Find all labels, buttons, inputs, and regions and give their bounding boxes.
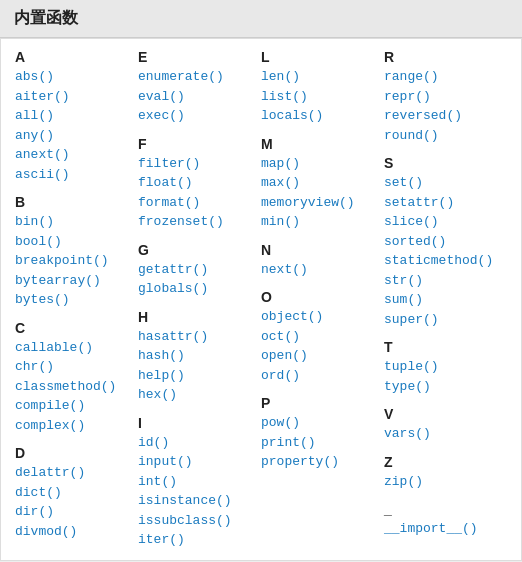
func-set[interactable]: set() xyxy=(384,173,499,193)
func-breakpoint[interactable]: breakpoint() xyxy=(15,251,130,271)
func-divmod[interactable]: divmod() xyxy=(15,522,130,542)
func-list[interactable]: list() xyxy=(261,87,376,107)
func-int[interactable]: int() xyxy=(138,472,253,492)
section-letter-V: V xyxy=(384,406,499,422)
func-str[interactable]: str() xyxy=(384,271,499,291)
section-letter-C: C xyxy=(15,320,130,336)
func-pow[interactable]: pow() xyxy=(261,413,376,433)
func-complex[interactable]: complex() xyxy=(15,416,130,436)
func-next[interactable]: next() xyxy=(261,260,376,280)
func-getattr[interactable]: getattr() xyxy=(138,260,253,280)
section-letter-P: P xyxy=(261,395,376,411)
func-memoryview[interactable]: memoryview() xyxy=(261,193,376,213)
func-slice[interactable]: slice() xyxy=(384,212,499,232)
section-letter-L: L xyxy=(261,49,376,65)
column-2: Llen()list()locals()Mmap()max()memoryvie… xyxy=(261,49,384,550)
func-chr[interactable]: chr() xyxy=(15,357,130,377)
func-bool[interactable]: bool() xyxy=(15,232,130,252)
func-zip[interactable]: zip() xyxy=(384,472,499,492)
func-super[interactable]: super() xyxy=(384,310,499,330)
func-max[interactable]: max() xyxy=(261,173,376,193)
func-globals[interactable]: globals() xyxy=(138,279,253,299)
func-frozenset[interactable]: frozenset() xyxy=(138,212,253,232)
func-any[interactable]: any() xyxy=(15,126,130,146)
func-__import__[interactable]: __import__() xyxy=(384,519,499,539)
section-letter-A: A xyxy=(15,49,130,65)
page-title: 内置函数 xyxy=(0,0,522,38)
func-filter[interactable]: filter() xyxy=(138,154,253,174)
section-letter-R: R xyxy=(384,49,499,65)
func-issubclass[interactable]: issubclass() xyxy=(138,511,253,531)
func-dir[interactable]: dir() xyxy=(15,502,130,522)
func-enumerate[interactable]: enumerate() xyxy=(138,67,253,87)
functions-grid: Aabs()aiter()all()any()anext()ascii()Bbi… xyxy=(15,49,507,550)
func-round[interactable]: round() xyxy=(384,126,499,146)
func-map[interactable]: map() xyxy=(261,154,376,174)
func-all[interactable]: all() xyxy=(15,106,130,126)
section-letter-G: G xyxy=(138,242,253,258)
func-input[interactable]: input() xyxy=(138,452,253,472)
func-format[interactable]: format() xyxy=(138,193,253,213)
func-len[interactable]: len() xyxy=(261,67,376,87)
func-range[interactable]: range() xyxy=(384,67,499,87)
func-anext[interactable]: anext() xyxy=(15,145,130,165)
func-tuple[interactable]: tuple() xyxy=(384,357,499,377)
func-setattr[interactable]: setattr() xyxy=(384,193,499,213)
func-type[interactable]: type() xyxy=(384,377,499,397)
func-hash[interactable]: hash() xyxy=(138,346,253,366)
func-ord[interactable]: ord() xyxy=(261,366,376,386)
func-print[interactable]: print() xyxy=(261,433,376,453)
func-staticmethod[interactable]: staticmethod() xyxy=(384,251,499,271)
func-iter[interactable]: iter() xyxy=(138,530,253,550)
func-hex[interactable]: hex() xyxy=(138,385,253,405)
section-letter-M: M xyxy=(261,136,376,152)
func-sorted[interactable]: sorted() xyxy=(384,232,499,252)
func-isinstance[interactable]: isinstance() xyxy=(138,491,253,511)
func-callable[interactable]: callable() xyxy=(15,338,130,358)
func-delattr[interactable]: delattr() xyxy=(15,463,130,483)
section-letter-E: E xyxy=(138,49,253,65)
func-hasattr[interactable]: hasattr() xyxy=(138,327,253,347)
func-help[interactable]: help() xyxy=(138,366,253,386)
func-vars[interactable]: vars() xyxy=(384,424,499,444)
func-float[interactable]: float() xyxy=(138,173,253,193)
func-eval[interactable]: eval() xyxy=(138,87,253,107)
func-classmethod[interactable]: classmethod() xyxy=(15,377,130,397)
func-exec[interactable]: exec() xyxy=(138,106,253,126)
func-reversed[interactable]: reversed() xyxy=(384,106,499,126)
column-1: Eenumerate()eval()exec()Ffilter()float()… xyxy=(138,49,261,550)
func-id[interactable]: id() xyxy=(138,433,253,453)
func-oct[interactable]: oct() xyxy=(261,327,376,347)
section-letter-H: H xyxy=(138,309,253,325)
func-ascii[interactable]: ascii() xyxy=(15,165,130,185)
func-sum[interactable]: sum() xyxy=(384,290,499,310)
func-compile[interactable]: compile() xyxy=(15,396,130,416)
section-letter-D: D xyxy=(15,445,130,461)
func-bytes[interactable]: bytes() xyxy=(15,290,130,310)
func-object[interactable]: object() xyxy=(261,307,376,327)
section-letter-_: _ xyxy=(384,501,499,517)
section-letter-S: S xyxy=(384,155,499,171)
func-bin[interactable]: bin() xyxy=(15,212,130,232)
func-abs[interactable]: abs() xyxy=(15,67,130,87)
column-0: Aabs()aiter()all()any()anext()ascii()Bbi… xyxy=(15,49,138,550)
section-letter-B: B xyxy=(15,194,130,210)
func-locals[interactable]: locals() xyxy=(261,106,376,126)
section-letter-T: T xyxy=(384,339,499,355)
func-repr[interactable]: repr() xyxy=(384,87,499,107)
section-letter-F: F xyxy=(138,136,253,152)
func-dict[interactable]: dict() xyxy=(15,483,130,503)
section-letter-I: I xyxy=(138,415,253,431)
section-letter-N: N xyxy=(261,242,376,258)
func-open[interactable]: open() xyxy=(261,346,376,366)
section-letter-Z: Z xyxy=(384,454,499,470)
func-property[interactable]: property() xyxy=(261,452,376,472)
func-aiter[interactable]: aiter() xyxy=(15,87,130,107)
func-bytearray[interactable]: bytearray() xyxy=(15,271,130,291)
column-3: Rrange()repr()reversed()round()Sset()set… xyxy=(384,49,507,550)
section-letter-O: O xyxy=(261,289,376,305)
func-min[interactable]: min() xyxy=(261,212,376,232)
